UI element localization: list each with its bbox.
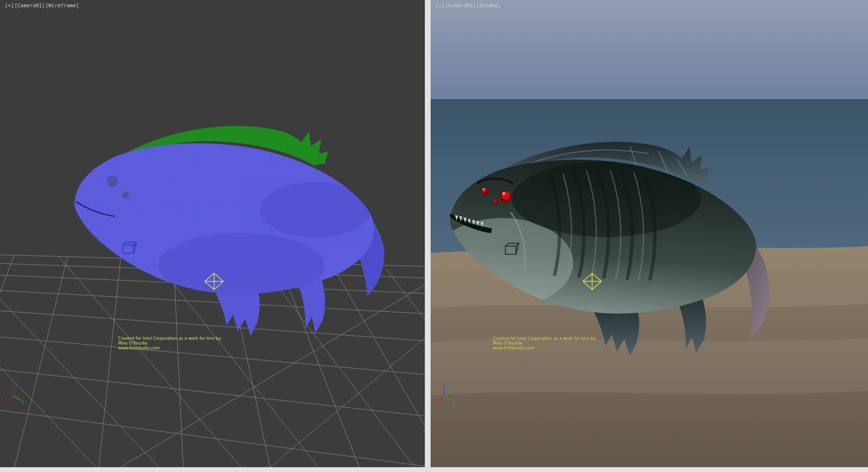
sky (431, 0, 868, 100)
viewport-label: [+][Camera01][Wireframe] (5, 3, 80, 8)
credit-line-3: www.fritzstudio.com (493, 346, 597, 350)
ground-dark (431, 391, 868, 467)
viewport-pov-menu[interactable]: [Camera01] (445, 3, 475, 8)
world-axis-tripod-icon: z x y (434, 380, 456, 403)
credit-line-3: www.fritzstudio.com (118, 346, 222, 350)
z-axis-label: z (446, 384, 448, 388)
credit-line-1: Created for Intel Corporation as a work … (118, 336, 222, 341)
viewport-label: [+][Camera01][Shaded] (435, 3, 501, 8)
viewport-general-menu[interactable]: [+] (435, 3, 445, 8)
fish-model-wireframe[interactable] (74, 126, 384, 336)
credit-line-1: Created for Intel Corporation as a work … (493, 336, 597, 341)
viewport-camera01-wireframe[interactable]: [+][Camera01][Wireframe] (0, 0, 425, 467)
viewport-general-menu[interactable]: [+] (5, 3, 14, 8)
viewport-shading-menu[interactable]: [Wireframe] (45, 3, 79, 8)
y-axis-label: y (452, 400, 455, 403)
viewport-shading-menu[interactable]: [Shaded] (476, 3, 501, 8)
z-axis-label: z (15, 384, 17, 388)
viewport-layout: [+][Camera01][Wireframe] (0, 0, 868, 472)
scene-credit-text: Created for Intel Corporation as a work … (493, 336, 597, 350)
y-axis-label: y (22, 400, 24, 403)
scene-credit-text: Created for Intel Corporation as a work … (118, 336, 222, 350)
viewport-splitter-vertical[interactable] (425, 0, 431, 467)
eye (107, 176, 118, 187)
x-axis-label: x (4, 397, 7, 402)
world-axis-tripod-icon: z x y (4, 380, 25, 403)
credit-line-2: Mike O'Rourke (493, 341, 597, 346)
credit-line-2: Mike O'Rourke (118, 341, 222, 346)
wireframe-scene-canvas[interactable] (0, 0, 425, 467)
eye-small (122, 191, 129, 198)
viewport-camera01-shaded[interactable]: [+][Camera01][Shaded] (431, 0, 868, 467)
x-axis-label: x (435, 397, 437, 402)
shaded-scene-canvas[interactable] (431, 0, 868, 467)
viewport-splitter-horizontal[interactable] (0, 467, 868, 472)
viewport-pov-menu[interactable]: [Camera01] (14, 3, 45, 8)
